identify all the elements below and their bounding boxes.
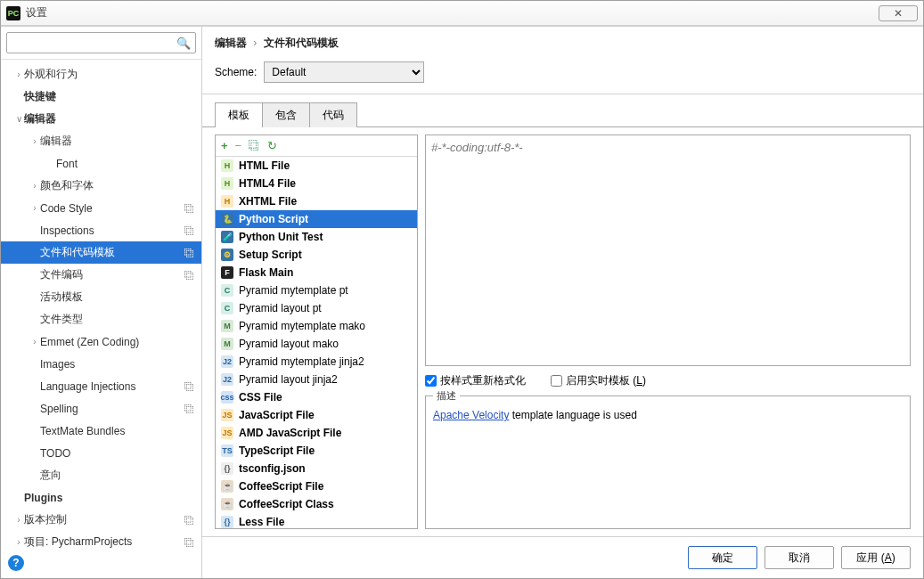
file-type-icon: J2 xyxy=(221,373,233,386)
add-icon[interactable]: + xyxy=(221,139,228,152)
sidebar-item[interactable]: 快捷键 xyxy=(1,86,201,108)
sidebar-item[interactable]: 活动模板 xyxy=(1,286,201,308)
template-label: Pyramid mytemplate mako xyxy=(239,320,365,332)
sidebar-item-label: 意向 xyxy=(40,468,201,483)
sidebar-item[interactable]: ∨编辑器 xyxy=(1,108,201,130)
template-item[interactable]: HXHTML File xyxy=(216,192,417,210)
sidebar-item[interactable]: ›编辑器 xyxy=(1,130,201,152)
template-item[interactable]: {}tsconfig.json xyxy=(216,460,417,477)
sidebar-item[interactable]: Plugins xyxy=(1,486,201,509)
sidebar-item[interactable]: TODO xyxy=(1,442,201,464)
sidebar-item[interactable]: 文件类型 xyxy=(1,308,201,330)
live-template-checkbox[interactable]: 启用实时模板 (L) xyxy=(551,373,646,388)
breadcrumb: 编辑器 › 文件和代码模板 xyxy=(202,27,923,56)
sidebar-item[interactable]: ›项目: PycharmProjects⿻ xyxy=(1,531,201,548)
template-label: Pyramid layout jinja2 xyxy=(239,373,338,386)
template-label: Pyramid layout pt xyxy=(239,302,322,314)
template-label: Python Unit Test xyxy=(239,231,323,243)
sidebar-item[interactable]: Spelling⿻ xyxy=(1,397,201,420)
template-list[interactable]: HHTML FileHHTML4 FileHXHTML File🐍Python … xyxy=(216,157,417,528)
template-item[interactable]: FFlask Main xyxy=(216,264,417,281)
template-item[interactable]: cssCSS File xyxy=(216,388,417,406)
close-button[interactable]: ✕ xyxy=(879,5,918,21)
template-item[interactable]: TSTypeScript File xyxy=(216,442,417,460)
template-item[interactable]: HHTML File xyxy=(216,157,417,175)
search-input[interactable] xyxy=(6,32,196,53)
file-type-icon: H xyxy=(221,195,233,208)
help-icon[interactable]: ? xyxy=(8,555,24,571)
cancel-button[interactable]: 取消 xyxy=(765,546,834,569)
sidebar-item-label: Images xyxy=(40,358,201,371)
template-editor[interactable]: #-*-coding:utf-8-*- xyxy=(425,135,911,366)
scope-icon: ⿻ xyxy=(184,381,194,392)
sidebar-item[interactable]: ›Code Style⿻ xyxy=(1,197,201,219)
velocity-link[interactable]: Apache Velocity xyxy=(433,409,509,421)
chevron-icon: › xyxy=(13,69,24,79)
template-label: HTML4 File xyxy=(239,177,296,190)
file-type-icon: 🐍 xyxy=(221,213,233,225)
template-item[interactable]: 🧪Python Unit Test xyxy=(216,228,417,246)
file-type-icon: H xyxy=(221,177,233,190)
file-type-icon: M xyxy=(221,320,233,332)
sidebar-item[interactable]: Inspections⿻ xyxy=(1,219,201,241)
file-type-icon: TS xyxy=(221,444,233,457)
tab-templates[interactable]: 模板 xyxy=(215,102,263,127)
sidebar-item[interactable]: 文件和代码模板⿻ xyxy=(1,241,201,264)
ok-button[interactable]: 确定 xyxy=(688,546,757,569)
sidebar-item[interactable]: Language Injections⿻ xyxy=(1,375,201,397)
reformat-checkbox[interactable]: 按样式重新格式化 xyxy=(425,373,526,388)
chevron-icon: › xyxy=(29,136,40,146)
template-label: Pyramid mytemplate pt xyxy=(239,284,348,297)
template-item[interactable]: J2Pyramid mytemplate jinja2 xyxy=(216,353,417,371)
description-text: template language is used xyxy=(509,409,636,421)
description-legend: 描述 xyxy=(433,389,460,403)
template-item[interactable]: CPyramid mytemplate pt xyxy=(216,281,417,299)
sidebar-item[interactable]: ›Emmet (Zen Coding) xyxy=(1,330,201,353)
sidebar-item-label: 快捷键 xyxy=(24,89,201,104)
chevron-icon: › xyxy=(13,515,24,525)
template-item[interactable]: J2Pyramid layout jinja2 xyxy=(216,371,417,388)
template-label: TypeScript File xyxy=(239,444,315,457)
sidebar-item-label: 项目: PycharmProjects xyxy=(24,534,201,548)
remove-icon[interactable]: − xyxy=(235,139,242,152)
template-item[interactable]: ☕CoffeeScript Class xyxy=(216,495,417,513)
template-item[interactable]: HHTML4 File xyxy=(216,175,417,192)
template-item[interactable]: MPyramid layout mako xyxy=(216,335,417,353)
apply-button[interactable]: 应用 (A) xyxy=(841,546,911,569)
chevron-icon: › xyxy=(29,181,40,191)
template-item[interactable]: 🐍Python Script xyxy=(216,210,417,228)
search-icon: 🔍 xyxy=(176,37,191,50)
template-label: Pyramid mytemplate jinja2 xyxy=(239,355,364,368)
sidebar-item[interactable]: ›版本控制⿻ xyxy=(1,509,201,531)
sidebar-item[interactable]: ›外观和行为 xyxy=(1,63,201,86)
template-item[interactable]: ☕CoffeeScript File xyxy=(216,477,417,495)
tab-includes[interactable]: 包含 xyxy=(262,102,310,127)
sidebar: 🔍 ›外观和行为快捷键∨编辑器›编辑器Font›颜色和字体›Code Style… xyxy=(1,27,202,578)
template-label: CoffeeScript File xyxy=(239,480,323,493)
sidebar-item[interactable]: Images xyxy=(1,353,201,375)
sidebar-item-label: Font xyxy=(56,158,201,170)
reset-icon[interactable]: ↻ xyxy=(267,139,277,152)
sidebar-item[interactable]: TextMate Bundles xyxy=(1,420,201,442)
sidebar-item-label: Spelling xyxy=(40,403,201,415)
template-item[interactable]: {}Less File xyxy=(216,513,417,528)
template-item[interactable]: CPyramid layout pt xyxy=(216,299,417,317)
settings-tree[interactable]: ›外观和行为快捷键∨编辑器›编辑器Font›颜色和字体›Code Style⿻I… xyxy=(1,60,201,548)
template-item[interactable]: JSJavaScript File xyxy=(216,406,417,424)
sidebar-item[interactable]: 意向 xyxy=(1,464,201,486)
template-item[interactable]: ⚙Setup Script xyxy=(216,246,417,264)
sidebar-item[interactable]: ›颜色和字体 xyxy=(1,175,201,197)
template-label: Setup Script xyxy=(239,249,302,261)
tab-code[interactable]: 代码 xyxy=(309,102,357,127)
description-group: 描述 Apache Velocity template language is … xyxy=(425,396,911,529)
sidebar-item[interactable]: Font xyxy=(1,152,201,175)
sidebar-item[interactable]: 文件编码⿻ xyxy=(1,264,201,286)
template-item[interactable]: JSAMD JavaScript File xyxy=(216,424,417,442)
template-item[interactable]: MPyramid mytemplate mako xyxy=(216,317,417,335)
scheme-select[interactable]: Default xyxy=(264,61,424,83)
template-label: CoffeeScript Class xyxy=(239,498,334,510)
template-label: XHTML File xyxy=(239,195,297,208)
sidebar-item-label: 文件编码 xyxy=(40,267,201,282)
copy-icon[interactable]: ⿻ xyxy=(249,139,260,152)
scope-icon: ⿻ xyxy=(184,515,194,526)
